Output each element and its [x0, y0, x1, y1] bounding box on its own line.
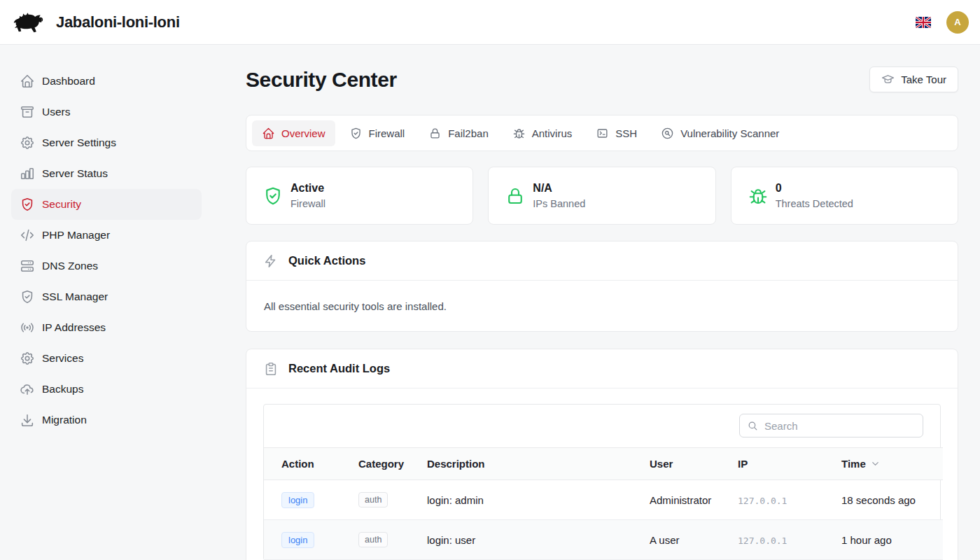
tab-label: Antivirus [532, 127, 573, 139]
app-title: Jabaloni-loni-loni [56, 13, 180, 31]
main-content: Security Center Take Tour OverviewFirewa… [235, 45, 980, 560]
audit-log-row: loginauthlogin: userA user127.0.0.11 hou… [264, 520, 943, 560]
sidebar-item-label: Services [42, 352, 83, 365]
sidebar-item-label: PHP Manager [42, 229, 110, 241]
home-icon [20, 74, 35, 89]
sidebar-item-server-status[interactable]: Server Status [11, 158, 202, 189]
log-user: Administrator [650, 494, 711, 506]
audit-table: ActionCategoryDescriptionUserIPTime logi… [264, 447, 943, 560]
chart-bars-icon [20, 166, 35, 181]
category-badge: auth [358, 492, 388, 507]
column-header-description[interactable]: Description [427, 448, 650, 480]
bolt-icon [263, 253, 279, 269]
sidebar-item-label: Security [42, 198, 81, 211]
zoom-scan-icon [661, 127, 674, 140]
tab-label: SSH [615, 127, 637, 139]
status-card-firewall: ActiveFirewall [246, 167, 473, 225]
column-header-user[interactable]: User [650, 448, 738, 480]
uk-flag-icon[interactable] [916, 17, 931, 28]
terminal-icon [596, 127, 609, 140]
page-title: Security Center [246, 68, 397, 92]
audit-logs-title: Recent Audit Logs [288, 362, 390, 375]
sidebar-nav: DashboardUsersServer SettingsServer Stat… [0, 45, 235, 560]
column-header-action[interactable]: Action [264, 448, 358, 480]
quick-actions-message: All essential security tools are install… [246, 281, 958, 331]
audit-logs-card: Recent Audit Logs ActionCategoryDescript… [246, 349, 958, 560]
cloud-upload-icon [20, 382, 35, 397]
tab-fail2ban[interactable]: Fail2ban [419, 120, 498, 146]
column-header-category[interactable]: Category [358, 448, 427, 480]
status-card-ips-banned: N/AIPs Banned [488, 167, 715, 225]
sidebar-item-ssl-manager[interactable]: SSL Manager [11, 281, 202, 312]
sidebar-item-label: Backups [42, 383, 83, 396]
tab-vulnerability-scanner[interactable]: Vulnerability Scanner [651, 120, 789, 146]
sidebar-item-backups[interactable]: Backups [11, 374, 202, 405]
column-header-ip[interactable]: IP [738, 448, 841, 480]
shield-check-icon [262, 186, 284, 206]
log-ip: 127.0.0.1 [738, 496, 787, 506]
lock-icon [505, 186, 526, 206]
gear-icon [20, 351, 35, 366]
server-icon [20, 258, 35, 274]
home-icon [262, 127, 275, 140]
archive-icon [20, 104, 35, 120]
chevron-down-icon [870, 458, 881, 469]
sidebar-item-server-settings[interactable]: Server Settings [11, 127, 202, 158]
log-description: login: user [427, 534, 475, 546]
log-time: 18 seconds ago [841, 494, 916, 506]
quick-actions-title: Quick Actions [288, 254, 365, 267]
status-value: N/A [533, 182, 585, 195]
audit-table-container: ActionCategoryDescriptionUserIPTime logi… [263, 404, 941, 560]
bug-icon [512, 127, 526, 140]
sidebar-item-label: IP Addresses [42, 321, 106, 334]
sidebar-item-php-manager[interactable]: PHP Manager [11, 220, 202, 251]
sidebar-item-label: Server Status [42, 167, 108, 180]
gear-icon [20, 135, 35, 150]
tab-overview[interactable]: Overview [252, 120, 335, 146]
search-icon [747, 420, 759, 432]
brand-home-link[interactable]: Jabaloni-loni-loni [11, 9, 180, 36]
audit-search-box [739, 414, 923, 438]
sidebar-item-label: Server Settings [42, 136, 116, 149]
lock-icon [428, 127, 442, 140]
take-tour-button[interactable]: Take Tour [869, 66, 958, 92]
search-input[interactable] [764, 420, 916, 432]
clipboard-icon [263, 361, 279, 377]
top-bar: Jabaloni-loni-loni A [0, 0, 980, 45]
sidebar-item-label: Migration [42, 414, 87, 426]
status-cards: ActiveFirewallN/AIPs Banned0Threats Dete… [246, 167, 958, 225]
sidebar-item-label: SSL Manager [42, 290, 108, 303]
sidebar-item-security[interactable]: Security [11, 189, 202, 220]
status-value: 0 [776, 182, 853, 195]
sidebar-item-services[interactable]: Services [11, 343, 202, 374]
audit-log-row: loginauthlogin: adminAdministrator127.0.… [264, 480, 943, 520]
quick-actions-card: Quick Actions All essential security too… [246, 241, 958, 332]
column-header-time[interactable]: Time [841, 448, 943, 480]
shield-check-icon [20, 197, 35, 212]
status-label: Threats Detected [776, 198, 853, 209]
sidebar-item-ip-addresses[interactable]: IP Addresses [11, 312, 202, 343]
user-avatar[interactable]: A [946, 11, 969, 34]
status-card-threats-detected: 0Threats Detected [731, 167, 958, 225]
sidebar-item-users[interactable]: Users [11, 97, 202, 127]
broadcast-icon [20, 320, 35, 335]
tab-label: Overview [281, 127, 326, 139]
sidebar-item-migration[interactable]: Migration [11, 405, 202, 435]
status-label: IPs Banned [533, 198, 585, 209]
tab-ssh[interactable]: SSH [586, 120, 647, 146]
log-ip: 127.0.0.1 [738, 536, 787, 546]
sidebar-item-dashboard[interactable]: Dashboard [11, 66, 202, 97]
log-time: 1 hour ago [841, 534, 892, 546]
action-badge[interactable]: login [281, 492, 314, 508]
tab-label: Fail2ban [448, 127, 489, 139]
sidebar-item-label: DNS Zones [42, 260, 98, 272]
boar-logo-icon [11, 9, 46, 36]
sidebar-item-dns-zones[interactable]: DNS Zones [11, 251, 202, 281]
tab-label: Vulnerability Scanner [680, 127, 779, 139]
log-description: login: admin [427, 494, 484, 506]
take-tour-label: Take Tour [901, 74, 946, 85]
action-badge[interactable]: login [281, 532, 314, 548]
tab-antivirus[interactable]: Antivirus [503, 120, 582, 146]
tab-firewall[interactable]: Firewall [340, 120, 415, 146]
shield-check-icon [20, 289, 35, 304]
